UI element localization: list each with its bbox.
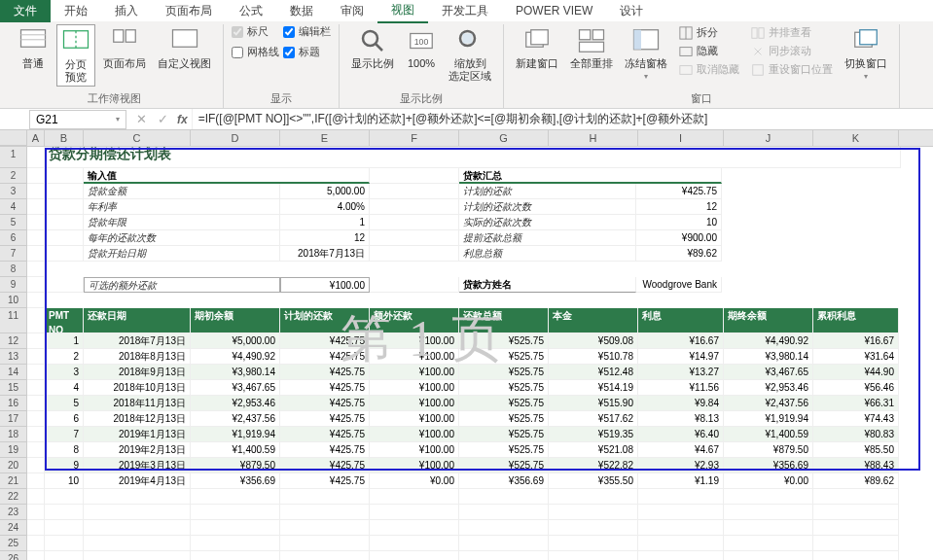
cell[interactable] [27, 349, 45, 365]
summary-value[interactable]: ¥900.00 [636, 230, 722, 246]
input-value[interactable]: 12 [280, 230, 370, 246]
data-cell[interactable]: ¥525.75 [459, 333, 549, 349]
data-cell[interactable]: ¥525.75 [459, 427, 549, 442]
arrange-all-button[interactable]: 全部重排 [566, 24, 617, 72]
cell[interactable] [724, 551, 813, 560]
data-cell[interactable]: ¥56.46 [813, 380, 899, 396]
row-header[interactable]: 8 [0, 262, 27, 277]
data-cell[interactable]: ¥100.00 [370, 442, 459, 458]
row-header[interactable]: 10 [0, 293, 27, 308]
row-header[interactable]: 13 [0, 349, 27, 365]
cell[interactable] [45, 551, 84, 560]
data-cell[interactable]: 4 [45, 380, 84, 396]
data-cell[interactable]: ¥1,400.59 [724, 427, 813, 442]
cell[interactable] [459, 505, 549, 520]
data-cell[interactable]: ¥525.75 [459, 396, 549, 411]
data-cell[interactable]: ¥1,919.94 [191, 427, 280, 442]
summary-value[interactable]: 10 [636, 215, 722, 230]
col-header-H[interactable]: H [549, 130, 638, 146]
data-cell[interactable]: ¥525.75 [459, 458, 549, 473]
cell[interactable] [27, 536, 45, 551]
data-cell[interactable]: 2019年4月13日 [84, 473, 191, 489]
data-cell[interactable]: 2018年8月13日 [84, 349, 191, 365]
data-cell[interactable]: ¥100.00 [370, 427, 459, 442]
data-cell[interactable]: ¥6.40 [638, 427, 724, 442]
cell[interactable] [813, 520, 899, 536]
gridlines-checkbox[interactable]: 网格线 [232, 45, 279, 59]
data-cell[interactable]: ¥425.75 [280, 442, 370, 458]
tab-POWER VIEW[interactable]: POWER VIEW [502, 1, 606, 20]
cell[interactable] [27, 396, 45, 411]
data-cell[interactable]: ¥425.75 [280, 333, 370, 349]
table-header[interactable]: 累积利息 [813, 308, 899, 333]
data-cell[interactable]: ¥525.75 [459, 349, 549, 365]
cell[interactable] [27, 442, 45, 458]
data-cell[interactable]: 5 [45, 396, 84, 411]
cell[interactable] [370, 277, 459, 293]
data-cell[interactable]: 2018年9月13日 [84, 365, 191, 380]
data-cell[interactable]: ¥2.93 [638, 458, 724, 473]
data-cell[interactable]: ¥425.75 [280, 349, 370, 365]
data-cell[interactable]: ¥356.69 [724, 458, 813, 473]
cell[interactable] [27, 505, 45, 520]
cell[interactable] [27, 230, 45, 246]
data-cell[interactable]: ¥4,490.92 [724, 333, 813, 349]
cell[interactable] [45, 489, 84, 505]
data-cell[interactable]: ¥425.75 [280, 427, 370, 442]
freeze-panes-button[interactable]: 冻结窗格▾ [621, 24, 671, 85]
hide-button[interactable]: 隐藏 [675, 43, 743, 59]
tab-文件[interactable]: 文件 [0, 0, 51, 22]
inputs-header[interactable]: 输入值 [84, 168, 370, 184]
cell[interactable] [27, 520, 45, 536]
data-cell[interactable]: ¥4,490.92 [191, 349, 280, 365]
data-cell[interactable]: ¥100.00 [370, 333, 459, 349]
data-cell[interactable]: 2019年1月13日 [84, 427, 191, 442]
cell[interactable] [724, 505, 813, 520]
zoom-selection-button[interactable]: 缩放到 选定区域 [445, 24, 495, 85]
cell[interactable] [45, 168, 84, 184]
input-value[interactable]: 4.00% [280, 199, 370, 215]
data-cell[interactable]: ¥512.48 [549, 365, 638, 380]
cell[interactable] [370, 551, 459, 560]
row-header[interactable]: 5 [0, 215, 27, 230]
cell[interactable] [370, 520, 459, 536]
input-value[interactable]: 2018年7月13日 [280, 246, 370, 262]
cell[interactable] [370, 505, 459, 520]
cell[interactable] [27, 365, 45, 380]
summary-label[interactable]: 利息总额 [459, 246, 636, 262]
cell[interactable] [45, 277, 84, 293]
data-cell[interactable]: ¥74.43 [813, 411, 899, 427]
row-header[interactable]: 4 [0, 199, 27, 215]
row-header[interactable]: 14 [0, 365, 27, 380]
data-cell[interactable]: ¥80.83 [813, 427, 899, 442]
data-cell[interactable]: ¥425.75 [280, 411, 370, 427]
cell[interactable] [27, 246, 45, 262]
table-header[interactable]: 本金 [549, 308, 638, 333]
data-cell[interactable]: ¥522.82 [549, 458, 638, 473]
fx-icon[interactable]: fx [173, 113, 192, 126]
input-label[interactable]: 贷款开始日期 [84, 246, 280, 262]
summary-header[interactable]: 贷款汇总 [459, 168, 722, 184]
row-header[interactable]: 12 [0, 333, 27, 349]
cell[interactable] [370, 230, 459, 246]
cell[interactable] [280, 489, 370, 505]
data-cell[interactable]: 2019年2月13日 [84, 442, 191, 458]
cell[interactable] [27, 184, 45, 199]
cell[interactable] [27, 551, 45, 560]
data-cell[interactable]: ¥85.50 [813, 442, 899, 458]
data-cell[interactable]: ¥100.00 [370, 349, 459, 365]
cell[interactable] [549, 505, 638, 520]
data-cell[interactable]: ¥31.64 [813, 349, 899, 365]
row-header[interactable]: 7 [0, 246, 27, 262]
data-cell[interactable]: ¥5,000.00 [191, 333, 280, 349]
cell[interactable] [27, 489, 45, 505]
cell[interactable] [45, 520, 84, 536]
cell[interactable] [191, 520, 280, 536]
cell[interactable] [191, 489, 280, 505]
cell[interactable] [27, 277, 45, 293]
cell[interactable] [638, 536, 724, 551]
data-cell[interactable]: ¥425.75 [280, 458, 370, 473]
view-page-break-button[interactable]: 分页 预览 [56, 24, 95, 87]
cell[interactable] [370, 536, 459, 551]
cell[interactable] [370, 199, 459, 215]
